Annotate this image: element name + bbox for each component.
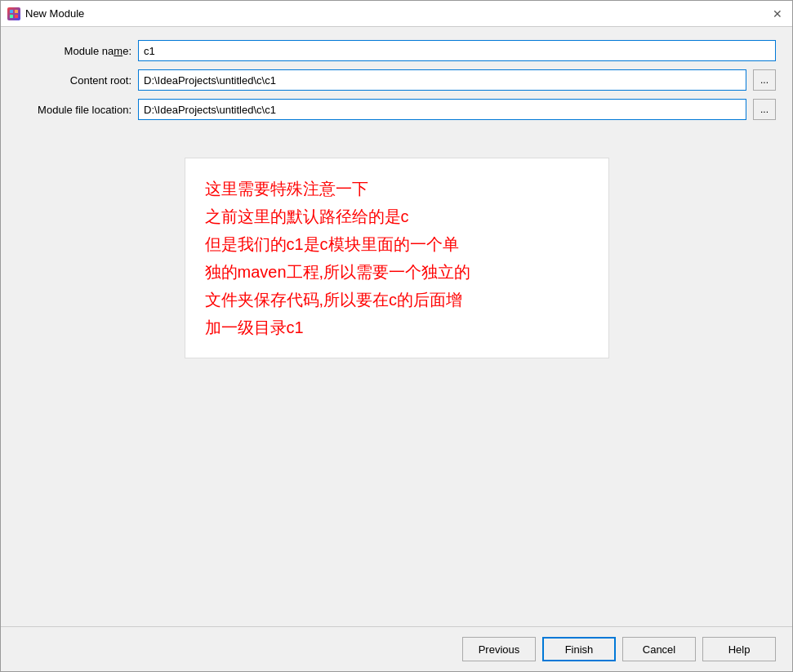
dialog-content: Module name: Content root: ... Module fi… bbox=[1, 27, 792, 626]
window-icon bbox=[7, 7, 20, 20]
annotation-box: 这里需要特殊注意一下 之前这里的默认路径给的是c 但是我们的c1是c模块里面的一… bbox=[185, 158, 609, 358]
help-button[interactable]: Help bbox=[702, 637, 776, 661]
module-file-location-row: Module file location: ... bbox=[17, 99, 776, 120]
finish-button[interactable]: Finish bbox=[542, 637, 616, 661]
window-title: New Module bbox=[25, 7, 764, 20]
content-root-browse-button[interactable]: ... bbox=[753, 69, 776, 91]
annotation-line-3: 但是我们的c1是c模块里面的一个单 bbox=[205, 230, 589, 258]
module-name-input[interactable] bbox=[138, 40, 776, 61]
content-root-label: Content root: bbox=[17, 74, 131, 87]
svg-rect-2 bbox=[10, 15, 13, 18]
module-name-label: Module name: bbox=[17, 45, 131, 57]
previous-button[interactable]: Previous bbox=[462, 637, 536, 661]
annotation-line-4: 独的maven工程,所以需要一个独立的 bbox=[205, 258, 589, 286]
annotation-text: 这里需要特殊注意一下 之前这里的默认路径给的是c 但是我们的c1是c模块里面的一… bbox=[205, 175, 589, 341]
module-name-row: Module name: bbox=[17, 40, 776, 61]
content-root-input[interactable] bbox=[138, 69, 746, 91]
close-button[interactable]: ✕ bbox=[769, 6, 786, 22]
title-bar: New Module ✕ bbox=[1, 1, 792, 27]
module-file-location-label: Module file location: bbox=[17, 104, 131, 116]
svg-rect-1 bbox=[15, 10, 18, 13]
cancel-button[interactable]: Cancel bbox=[622, 637, 696, 661]
module-file-location-browse-button[interactable]: ... bbox=[753, 99, 776, 120]
svg-rect-3 bbox=[15, 15, 18, 18]
annotation-line-6: 加一级目录c1 bbox=[205, 314, 589, 341]
annotation-line-5: 文件夹保存代码,所以要在c的后面增 bbox=[205, 286, 589, 314]
dialog-window: New Module ✕ Module name: Content root: … bbox=[0, 0, 793, 672]
annotation-line-1: 这里需要特殊注意一下 bbox=[205, 175, 589, 202]
content-root-row: Content root: ... bbox=[17, 69, 776, 91]
button-bar: Previous Finish Cancel Help bbox=[1, 626, 792, 671]
svg-rect-0 bbox=[10, 10, 13, 13]
module-file-location-input[interactable] bbox=[138, 99, 746, 120]
annotation-line-2: 之前这里的默认路径给的是c bbox=[205, 202, 589, 230]
